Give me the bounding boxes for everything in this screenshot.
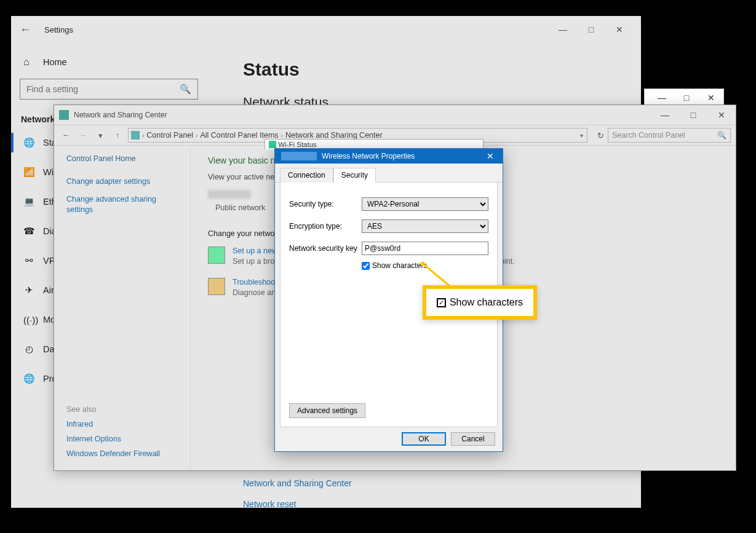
- airplane-icon: ✈: [23, 285, 34, 296]
- sidebar-item-home[interactable]: ⌂ Home: [20, 52, 215, 79]
- back-icon[interactable]: ←: [18, 23, 32, 36]
- maximize-button[interactable]: □: [674, 89, 699, 106]
- ok-button[interactable]: OK: [402, 432, 446, 446]
- close-button[interactable]: ✕: [707, 106, 736, 124]
- link-network-sharing-center[interactable]: Network and Sharing Center: [243, 478, 621, 488]
- checkbox-icon: ✓: [437, 298, 446, 307]
- network-security-key-input[interactable]: [362, 242, 488, 255]
- home-icon: ⌂: [23, 57, 34, 68]
- wnp-titlebar: Wireless Network Properties ✕: [275, 149, 503, 164]
- maximize-button[interactable]: □: [679, 106, 707, 124]
- close-button[interactable]: ✕: [478, 149, 503, 164]
- svg-rect-0: [59, 110, 69, 120]
- search-icon: 🔍: [717, 131, 726, 140]
- nav-back-icon[interactable]: ←: [59, 131, 73, 140]
- refresh-icon[interactable]: ↻: [597, 131, 604, 140]
- see-also-infrared-link[interactable]: Infrared: [66, 420, 160, 428]
- control-panel-title: Network and Sharing Center: [74, 111, 167, 119]
- nav-forward-icon[interactable]: →: [76, 131, 90, 140]
- chevron-right-icon: ›: [142, 132, 144, 139]
- page-heading: Status: [243, 59, 621, 80]
- change-advanced-sharing-link[interactable]: Change advanced sharing settings: [66, 194, 178, 215]
- advanced-settings-button[interactable]: Advanced settings: [289, 403, 365, 418]
- chevron-right-icon: ›: [196, 132, 197, 139]
- address-dropdown-icon[interactable]: ▾: [576, 132, 587, 139]
- settings-titlebar: ← Settings — □ ✕: [11, 16, 641, 43]
- control-panel-sidebar: Control Panel Home Change adapter settin…: [54, 146, 191, 470]
- ethernet-icon: 💻: [23, 196, 34, 207]
- chevron-right-icon: ›: [281, 132, 283, 139]
- see-also-internet-options-link[interactable]: Internet Options: [66, 435, 160, 443]
- breadcrumb-item[interactable]: Control Panel: [146, 131, 193, 140]
- wifi-status-title: Wi-Fi Status: [278, 141, 317, 148]
- vpn-icon: ⚯: [23, 255, 34, 266]
- hotspot-icon: ((·)): [23, 315, 34, 325]
- network-name-redacted: [208, 190, 251, 199]
- datausage-icon: ◴: [23, 344, 34, 355]
- cancel-button[interactable]: Cancel: [451, 432, 495, 446]
- nav-recent-dropdown-icon[interactable]: ▾: [94, 131, 107, 140]
- encryption-type-select[interactable]: AES: [362, 219, 488, 233]
- breadcrumb-item[interactable]: All Control Panel Items: [200, 131, 278, 140]
- maximize-button[interactable]: □: [577, 20, 605, 39]
- svg-rect-2: [269, 141, 276, 148]
- minimize-button[interactable]: —: [549, 20, 577, 39]
- wnp-title: Wireless Network Properties: [322, 152, 415, 160]
- search-icon: 🔍: [180, 84, 191, 95]
- dialup-icon: ☎: [23, 226, 34, 237]
- close-button[interactable]: ✕: [605, 20, 634, 39]
- show-characters-checkbox[interactable]: [362, 262, 370, 270]
- change-adapter-settings-link[interactable]: Change adapter settings: [66, 176, 178, 187]
- minimize-button[interactable]: —: [650, 89, 674, 106]
- tab-security[interactable]: Security: [333, 168, 376, 183]
- close-button[interactable]: ✕: [699, 89, 723, 106]
- setup-connection-icon: [208, 247, 225, 264]
- proxy-icon: 🌐: [23, 373, 34, 384]
- breadcrumb-item[interactable]: Network and Sharing Center: [285, 131, 383, 140]
- troubleshoot-icon: [208, 278, 225, 295]
- see-also-header: See also: [66, 405, 160, 414]
- home-label: Home: [43, 57, 67, 67]
- show-characters-label: Show characters: [372, 261, 427, 270]
- search-placeholder: Search Control Panel: [612, 131, 685, 140]
- control-panel-home-link[interactable]: Control Panel Home: [66, 154, 178, 163]
- status-icon: 🌐: [23, 137, 34, 148]
- svg-rect-1: [131, 131, 140, 140]
- encryption-type-label: Encryption type:: [289, 222, 362, 231]
- security-type-select[interactable]: WPA2-Personal: [362, 197, 488, 211]
- nav-up-icon[interactable]: ↑: [111, 131, 124, 140]
- network-security-key-label: Network security key: [289, 244, 362, 253]
- security-type-label: Security type:: [289, 200, 362, 208]
- annotation-callout: ✓ Show characters: [423, 285, 537, 320]
- wnp-tabs: Connection Security: [275, 164, 503, 183]
- search-placeholder: Find a setting: [26, 84, 78, 94]
- control-panel-search-input[interactable]: Search Control Panel 🔍: [608, 128, 731, 143]
- settings-window-title: Settings: [44, 25, 73, 34]
- tab-connection[interactable]: Connection: [280, 168, 333, 183]
- network-name-redacted: [281, 152, 317, 160]
- control-panel-icon: [131, 131, 140, 140]
- control-panel-titlebar: Network and Sharing Center — □ ✕: [54, 105, 736, 125]
- see-also-defender-firewall-link[interactable]: Windows Defender Firewall: [66, 449, 160, 458]
- network-sharing-icon: [59, 110, 69, 120]
- wifi-icon: 📶: [23, 167, 34, 178]
- wifi-icon: [269, 141, 276, 148]
- link-network-reset[interactable]: Network reset: [243, 499, 621, 509]
- callout-text: Show characters: [450, 297, 523, 308]
- settings-search-input[interactable]: Find a setting 🔍: [20, 79, 198, 100]
- minimize-button[interactable]: —: [651, 106, 679, 124]
- wnp-footer: OK Cancel: [275, 432, 503, 453]
